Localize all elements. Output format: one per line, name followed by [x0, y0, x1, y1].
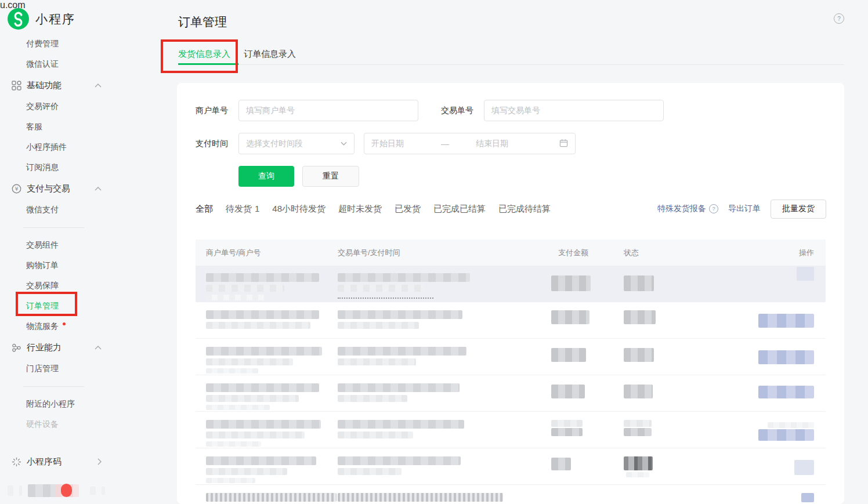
sidebar-item-subscribe-message[interactable]: 订阅消息 [0, 157, 177, 177]
tab-order-info-entry[interactable]: 订单信息录入 [244, 49, 296, 60]
merchant-no-input[interactable]: 填写商户单号 [238, 100, 418, 121]
wechat-miniprogram-console: { "app": { "title": "小程序" }, "sidebar": … [0, 0, 868, 504]
table-row[interactable] [196, 375, 826, 412]
sidebar-item-wechat-verify[interactable]: 微信认证 [0, 54, 177, 74]
cell-merchant-redacted [196, 266, 338, 300]
cell-actions[interactable] [736, 448, 826, 475]
sidebar-item-label: 附近的小程序 [26, 399, 75, 409]
list-toolbar: 全部 待发货1 48小时待发货 超时未发货 已发货 已完成已结算 已完成待结算 … [177, 197, 844, 221]
sidebar-item-store-management[interactable]: 门店管理 [0, 358, 177, 379]
filter-label: 全部 [196, 204, 213, 215]
action-redacted[interactable] [758, 350, 814, 364]
cell-amount-redacted [558, 339, 624, 362]
export-orders-link[interactable]: 导出订单 [728, 204, 761, 214]
table-row[interactable] [196, 412, 826, 448]
cell-status-redacted [624, 302, 736, 324]
help-icon[interactable]: ? [834, 13, 844, 24]
cell-amount-redacted [558, 448, 624, 470]
cell-amount-redacted [558, 302, 624, 324]
end-date-placeholder: 结束日期 [476, 139, 559, 149]
sidebar-item-logistics-service[interactable]: 物流服务 [0, 316, 177, 336]
filter-to-ship[interactable]: 待发货1 [226, 204, 259, 215]
network-icon [12, 343, 21, 353]
sidebar-item-label: 付费管理 [26, 39, 59, 49]
start-date-placeholder: 开始日期 [371, 139, 441, 149]
filter-completed-settled[interactable]: 已完成已结算 [433, 204, 486, 215]
date-range-input[interactable]: 开始日期 — 结束日期 [364, 133, 576, 154]
table-row[interactable] [196, 448, 826, 485]
merchant-no-placeholder: 填写商户单号 [246, 106, 295, 116]
table-row[interactable] [196, 339, 826, 375]
table-row[interactable] [196, 302, 826, 339]
cell-actions[interactable] [736, 339, 826, 364]
sidebar-section-label: 基础功能 [27, 80, 62, 91]
sidebar-item-customer-service[interactable]: 客服 [0, 117, 177, 137]
sidebar-item-wechat-pay[interactable]: 微信支付 [0, 200, 177, 220]
action-redacted[interactable] [758, 314, 814, 328]
sidebar-item-order-management[interactable]: 订单管理 [0, 296, 177, 316]
sidebar-item-label: 物流服务 [26, 321, 59, 332]
cell-status-redacted [624, 448, 736, 477]
account-name-redacted [28, 484, 57, 497]
table-row[interactable] [196, 485, 826, 504]
filter-shipped[interactable]: 已发货 [395, 204, 421, 215]
action-redacted[interactable] [758, 386, 814, 398]
filter-label: 超时未发货 [338, 204, 382, 215]
miniprogram-logo-icon [8, 8, 29, 30]
cell-amount-redacted [558, 485, 624, 496]
cell-actions[interactable] [736, 485, 826, 502]
sidebar-item-label: 硬件设备 [26, 419, 59, 430]
sidebar-item-miniprogram-code[interactable]: 小程序码 [0, 451, 177, 473]
filter-overdue-unshipped[interactable]: 超时未发货 [338, 204, 382, 215]
filter-all[interactable]: 全部 [196, 204, 213, 215]
sidebar-item-trade-guarantee[interactable]: 交易保障 [0, 275, 177, 296]
sidebar-section-pay-trade[interactable]: ¥ 支付与交易 [0, 177, 177, 200]
cell-actions[interactable] [736, 375, 826, 398]
action-redacted[interactable] [758, 429, 814, 441]
cell-actions[interactable] [736, 266, 826, 281]
action-redacted[interactable] [794, 460, 814, 475]
cell-merchant-redacted [196, 448, 338, 483]
filter-completed-unsettled[interactable]: 已完成待结算 [498, 204, 551, 215]
sidebar-item-label: 交易组件 [26, 240, 59, 251]
filter-48h-to-ship[interactable]: 48小时待发货 [272, 204, 326, 215]
transaction-no-input[interactable]: 填写交易单号 [484, 100, 664, 121]
table-row[interactable] [196, 266, 826, 302]
reset-button[interactable]: 重置 [302, 166, 359, 187]
avatar [8, 485, 22, 496]
batch-ship-button[interactable]: 批量发货 [771, 200, 826, 219]
special-shipping-report-link[interactable]: 特殊发货报备 ? [657, 204, 718, 214]
sidebar-item-hardware-devices[interactable]: 硬件设备 [0, 414, 177, 434]
cell-actions[interactable] [736, 412, 826, 441]
sidebar-item-nearby-miniprograms[interactable]: 附近的小程序 [0, 394, 177, 414]
action-redacted[interactable] [801, 493, 814, 502]
sidebar-section-basic-features[interactable]: 基础功能 [0, 74, 177, 96]
page-title: 订单管理 [178, 14, 227, 30]
pay-time-select[interactable]: 选择支付时间段 [238, 133, 355, 154]
tab-shipping-info-entry[interactable]: 发货信息录入 [178, 49, 230, 60]
search-button[interactable]: 查询 [238, 166, 294, 187]
account-row[interactable] [0, 483, 177, 501]
cell-actions[interactable] [736, 302, 826, 328]
sidebar-item-trade-component[interactable]: 交易组件 [0, 235, 177, 255]
sidebar-item-shopping-orders[interactable]: 购物订单 [0, 255, 177, 275]
transaction-no-placeholder: 填写交易单号 [491, 106, 540, 116]
question-circle-icon[interactable]: ? [709, 204, 718, 213]
calendar-icon [559, 139, 568, 149]
orders-table: 商户单号/商户号 交易单号/支付时间 支付金额 状态 操作 [196, 240, 826, 504]
sidebar-item-trade-review[interactable]: 交易评价 [0, 96, 177, 117]
sidebar-item-paid-management[interactable]: 付费管理 [0, 34, 177, 54]
filter-count: 1 [255, 204, 259, 215]
cell-transaction-redacted [338, 412, 558, 438]
sidebar-item-label: 微信支付 [26, 205, 59, 215]
cell-merchant-redacted [196, 302, 338, 329]
sidebar-item-plugins[interactable]: 小程序插件 [0, 137, 177, 157]
chevron-up-icon [95, 187, 102, 191]
sidebar-section-industry-ability[interactable]: 行业能力 [0, 336, 177, 358]
cell-merchant-redacted [196, 412, 338, 447]
sidebar-item-label: 门店管理 [26, 364, 59, 374]
sidebar-menu: 付费管理 微信认证 基础功能 交易评价 客服 小程序插件 订阅消息 [0, 34, 177, 473]
cell-amount-redacted [558, 412, 624, 436]
cell-merchant-redacted [196, 339, 338, 374]
sidebar-divider [23, 227, 84, 228]
